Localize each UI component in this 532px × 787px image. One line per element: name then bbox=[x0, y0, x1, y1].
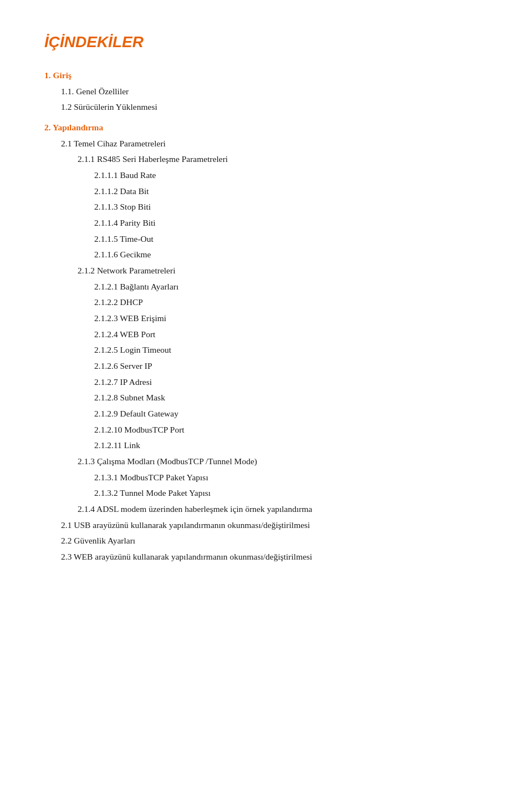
toc-item-2-1: 2.1 Temel Cihaz Parametreleri bbox=[44, 136, 488, 152]
toc-number-2-1-2-3: 2.1.2.3 WEB Erişimi bbox=[94, 313, 166, 323]
toc-number-1-1: 1.1. Genel Özelliler bbox=[61, 87, 129, 96]
toc-item-1-2: 1.2 Sürücülerin Yüklenmesi bbox=[44, 99, 488, 115]
toc-number-2-1-4: 2.1.4 ADSL modem üzerinden haberleşmek i… bbox=[78, 504, 312, 514]
toc-item-2-1-1-6: 2.1.1.6 Gecikme bbox=[44, 247, 488, 263]
toc-item-2-1-2-11: 2.1.2.11 Link bbox=[44, 438, 488, 454]
toc-number-2-usb: 2.1 USB arayüzünü kullanarak yapılandırm… bbox=[61, 520, 310, 530]
toc-number-2-1-2-10: 2.1.2.10 ModbusTCP Port bbox=[94, 425, 185, 434]
toc-number-1: 1. Giriş bbox=[44, 70, 71, 80]
page-container: İÇİNDEKİLER 1. Giriş 1.1. Genel Özellile… bbox=[44, 33, 488, 565]
toc-item-2-1-2-7: 2.1.2.7 IP Adresi bbox=[44, 374, 488, 390]
toc-number-2-1-3: 2.1.3 Çalışma Modları (ModbusTCP /Tunnel… bbox=[78, 456, 257, 466]
toc-number-2-1-1-3: 2.1.1.3 Stop Biti bbox=[94, 202, 151, 211]
toc-item-2-1-1-5: 2.1.1.5 Time-Out bbox=[44, 231, 488, 247]
toc-item-2-1-2-5: 2.1.2.5 Login Timeout bbox=[44, 342, 488, 358]
toc-number-2-2: 2.2 Güvenlik Ayarları bbox=[61, 536, 135, 545]
toc-number-2-1-2-7: 2.1.2.7 IP Adresi bbox=[94, 377, 152, 387]
toc-number-2: 2. Yapılandırma bbox=[44, 123, 103, 132]
toc-number-2-1: 2.1 Temel Cihaz Parametreleri bbox=[61, 139, 166, 148]
toc-item-2-1-4: 2.1.4 ADSL modem üzerinden haberleşmek i… bbox=[44, 501, 488, 517]
toc-number-2-1-2-6: 2.1.2.6 Server IP bbox=[94, 361, 152, 370]
toc-item-2-1-2-6: 2.1.2.6 Server IP bbox=[44, 358, 488, 374]
toc-item-2-1-3-2: 2.1.3.2 Tunnel Mode Paket Yapısı bbox=[44, 485, 488, 501]
toc-item-1-1: 1.1. Genel Özelliler bbox=[44, 84, 488, 100]
toc-item-2-1-2-8: 2.1.2.8 Subnet Mask bbox=[44, 390, 488, 406]
toc-number-2-1-2-5: 2.1.2.5 Login Timeout bbox=[94, 345, 171, 354]
toc-item-2-1-1: 2.1.1 RS485 Seri Haberleşme Parametreler… bbox=[44, 151, 488, 167]
toc-number-2-1-1-4: 2.1.1.4 Parity Biti bbox=[94, 218, 156, 227]
toc-number-2-1-1-6: 2.1.1.6 Gecikme bbox=[94, 250, 151, 259]
toc-number-2-1-2-4: 2.1.2.4 WEB Port bbox=[94, 329, 155, 339]
toc-item-2-2: 2.2 Güvenlik Ayarları bbox=[44, 533, 488, 549]
toc-item-2: 2. Yapılandırma bbox=[44, 120, 488, 136]
toc-number-2-1-2-9: 2.1.2.9 Default Gateway bbox=[94, 409, 178, 418]
toc-item-2-usb: 2.1 USB arayüzünü kullanarak yapılandırm… bbox=[44, 517, 488, 534]
toc-item-2-1-2: 2.1.2 Network Parametreleri bbox=[44, 263, 488, 279]
toc-number-2-1-1-1: 2.1.1.1 Baud Rate bbox=[94, 170, 156, 180]
toc-item-2-1-2-2: 2.1.2.2 DHCP bbox=[44, 295, 488, 311]
toc-item-1: 1. Giriş bbox=[44, 68, 488, 84]
toc-number-2-1-2-1: 2.1.2.1 Bağlantı Ayarları bbox=[94, 282, 178, 291]
toc-number-2-1-2-2: 2.1.2.2 DHCP bbox=[94, 297, 143, 307]
toc-number-2-3: 2.3 WEB arayüzünü kullanarak yapılandırm… bbox=[61, 552, 312, 561]
toc-number-2-1-2-8: 2.1.2.8 Subnet Mask bbox=[94, 393, 165, 402]
toc-item-2-1-2-3: 2.1.2.3 WEB Erişimi bbox=[44, 311, 488, 327]
toc-item-2-1-2-1: 2.1.2.1 Bağlantı Ayarları bbox=[44, 279, 488, 295]
toc-item-2-1-3-1: 2.1.3.1 ModbusTCP Paket Yapısı bbox=[44, 470, 488, 486]
toc-item-2-1-1-2: 2.1.1.2 Data Bit bbox=[44, 184, 488, 200]
toc-number-2-1-3-1: 2.1.3.1 ModbusTCP Paket Yapısı bbox=[94, 473, 208, 482]
toc-item-2-1-1-4: 2.1.1.4 Parity Biti bbox=[44, 215, 488, 231]
toc-item-2-1-2-10: 2.1.2.10 ModbusTCP Port bbox=[44, 422, 488, 438]
toc-number-2-1-1-5: 2.1.1.5 Time-Out bbox=[94, 234, 154, 243]
toc-number-2-1-3-2: 2.1.3.2 Tunnel Mode Paket Yapısı bbox=[94, 488, 211, 497]
toc-number-1-2: 1.2 Sürücülerin Yüklenmesi bbox=[61, 102, 157, 111]
toc-number-2-1-2: 2.1.2 Network Parametreleri bbox=[78, 266, 175, 275]
toc-number-2-1-1-2: 2.1.1.2 Data Bit bbox=[94, 186, 149, 196]
toc-item-2-1-2-4: 2.1.2.4 WEB Port bbox=[44, 327, 488, 343]
toc-item-2-1-1-3: 2.1.1.3 Stop Biti bbox=[44, 199, 488, 215]
toc-item-2-1-2-9: 2.1.2.9 Default Gateway bbox=[44, 406, 488, 422]
toc-number-2-1-1: 2.1.1 RS485 Seri Haberleşme Parametreler… bbox=[78, 154, 228, 164]
toc-list: 1. Giriş 1.1. Genel Özelliler 1.2 Sürücü… bbox=[44, 68, 488, 565]
toc-item-2-3: 2.3 WEB arayüzünü kullanarak yapılandırm… bbox=[44, 549, 488, 565]
toc-item-2-1-3: 2.1.3 Çalışma Modları (ModbusTCP /Tunnel… bbox=[44, 454, 488, 470]
toc-title: İÇİNDEKİLER bbox=[44, 33, 488, 51]
toc-item-2-1-1-1: 2.1.1.1 Baud Rate bbox=[44, 167, 488, 184]
toc-number-2-1-2-11: 2.1.2.11 Link bbox=[94, 440, 140, 450]
